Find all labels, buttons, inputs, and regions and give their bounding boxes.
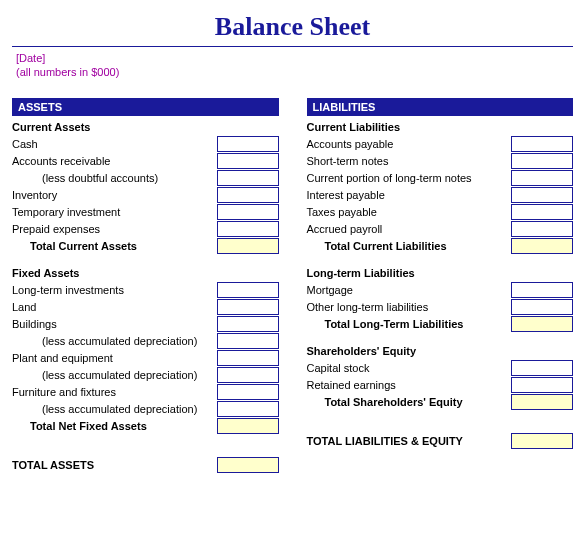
page-title: Balance Sheet (12, 12, 573, 42)
line-item-label: Other long-term liabilities (307, 301, 508, 313)
value-cell[interactable] (217, 204, 279, 220)
grand-total-label: TOTAL LIABILITIES & EQUITY (307, 435, 508, 447)
subtotal-value-cell[interactable] (511, 316, 573, 332)
subtotal-row: Total Current Assets (12, 238, 279, 254)
subtotal-label: Total Shareholders' Equity (307, 396, 508, 408)
line-item-label: Interest payable (307, 189, 508, 201)
line-item-label: Land (12, 301, 213, 313)
line-item: Capital stock (307, 360, 574, 376)
spacer (307, 333, 574, 343)
line-item: Temporary investment (12, 204, 279, 220)
line-item: Accounts receivable (12, 153, 279, 169)
subtotal-label: Total Current Assets (12, 240, 213, 252)
value-cell[interactable] (511, 204, 573, 220)
spacer (307, 411, 574, 421)
line-item-label: Furniture and fixtures (12, 386, 213, 398)
line-item: Long-term investments (12, 282, 279, 298)
line-item-label: (less accumulated depreciation) (12, 369, 213, 381)
line-item: (less accumulated depreciation) (12, 401, 279, 417)
value-cell[interactable] (511, 153, 573, 169)
line-item: Current portion of long-term notes (307, 170, 574, 186)
subsection-title: Long-term Liabilities (307, 267, 574, 279)
line-item-label: Prepaid expenses (12, 223, 213, 235)
line-item-label: Inventory (12, 189, 213, 201)
subtotal-value-cell[interactable] (217, 238, 279, 254)
value-cell[interactable] (217, 136, 279, 152)
value-cell[interactable] (217, 187, 279, 203)
line-item-label: Current portion of long-term notes (307, 172, 508, 184)
line-item: (less accumulated depreciation) (12, 333, 279, 349)
value-cell[interactable] (511, 299, 573, 315)
line-item-label: (less accumulated depreciation) (12, 335, 213, 347)
subtotal-value-cell[interactable] (511, 394, 573, 410)
value-cell[interactable] (217, 367, 279, 383)
value-cell[interactable] (511, 187, 573, 203)
line-item-label: Cash (12, 138, 213, 150)
subsection-title-row: Shareholders' Equity (307, 343, 574, 359)
value-cell[interactable] (511, 170, 573, 186)
subtotal-row: Total Shareholders' Equity (307, 394, 574, 410)
grand-total-label: TOTAL ASSETS (12, 459, 213, 471)
subtotal-label: Total Long-Term Liabilities (307, 318, 508, 330)
assets-column: ASSETSCurrent AssetsCashAccounts receiva… (12, 98, 279, 474)
line-item-label: Taxes payable (307, 206, 508, 218)
value-cell[interactable] (217, 170, 279, 186)
value-cell[interactable] (217, 333, 279, 349)
subtotal-value-cell[interactable] (217, 418, 279, 434)
line-item: Inventory (12, 187, 279, 203)
subsection-title: Fixed Assets (12, 267, 279, 279)
subsection-title: Shareholders' Equity (307, 345, 574, 357)
liabilities-column: LIABILITIESCurrent LiabilitiesAccounts p… (307, 98, 574, 474)
value-cell[interactable] (217, 350, 279, 366)
grand-total-value-cell[interactable] (511, 433, 573, 449)
value-cell[interactable] (217, 316, 279, 332)
line-item-label: Accrued payroll (307, 223, 508, 235)
line-item-label: (less accumulated depreciation) (12, 403, 213, 415)
value-cell[interactable] (217, 384, 279, 400)
line-item: Short-term notes (307, 153, 574, 169)
value-cell[interactable] (511, 221, 573, 237)
units-note: (all numbers in $000) (16, 65, 573, 79)
value-cell[interactable] (217, 153, 279, 169)
line-item-label: Retained earnings (307, 379, 508, 391)
value-cell[interactable] (217, 221, 279, 237)
subsection-title-row: Current Assets (12, 119, 279, 135)
grand-total-row: TOTAL LIABILITIES & EQUITY (307, 433, 574, 449)
line-item: (less doubtful accounts) (12, 170, 279, 186)
subsection-title: Current Liabilities (307, 121, 574, 133)
line-item: Mortgage (307, 282, 574, 298)
line-item: Prepaid expenses (12, 221, 279, 237)
meta-block: [Date] (all numbers in $000) (16, 51, 573, 80)
value-cell[interactable] (511, 360, 573, 376)
title-rule (12, 46, 573, 47)
subsection-title: Current Assets (12, 121, 279, 133)
value-cell[interactable] (511, 282, 573, 298)
grand-total-value-cell[interactable] (217, 457, 279, 473)
line-item-label: Mortgage (307, 284, 508, 296)
line-item: Land (12, 299, 279, 315)
line-item: Plant and equipment (12, 350, 279, 366)
line-item: (less accumulated depreciation) (12, 367, 279, 383)
value-cell[interactable] (217, 401, 279, 417)
line-item: Accrued payroll (307, 221, 574, 237)
line-item: Furniture and fixtures (12, 384, 279, 400)
line-item-label: Accounts payable (307, 138, 508, 150)
date-placeholder: [Date] (16, 51, 573, 65)
subtotal-label: Total Current Liabilities (307, 240, 508, 252)
line-item-label: (less doubtful accounts) (12, 172, 213, 184)
line-item: Buildings (12, 316, 279, 332)
line-item: Cash (12, 136, 279, 152)
subsection-title-row: Long-term Liabilities (307, 265, 574, 281)
line-item-label: Temporary investment (12, 206, 213, 218)
line-item: Taxes payable (307, 204, 574, 220)
value-cell[interactable] (217, 282, 279, 298)
value-cell[interactable] (511, 377, 573, 393)
value-cell[interactable] (511, 136, 573, 152)
subsection-title-row: Fixed Assets (12, 265, 279, 281)
line-item-label: Buildings (12, 318, 213, 330)
subtotal-row: Total Long-Term Liabilities (307, 316, 574, 332)
line-item-label: Short-term notes (307, 155, 508, 167)
value-cell[interactable] (217, 299, 279, 315)
subtotal-value-cell[interactable] (511, 238, 573, 254)
line-item: Other long-term liabilities (307, 299, 574, 315)
